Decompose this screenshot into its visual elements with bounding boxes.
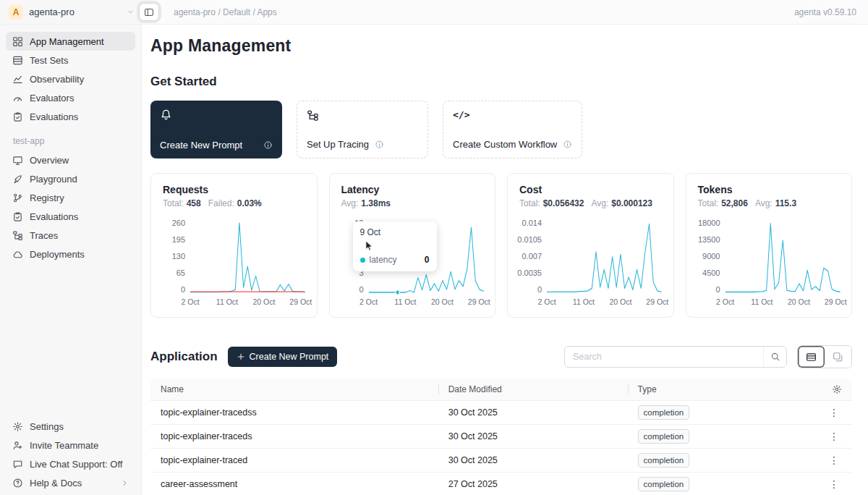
- rocket-icon: [12, 174, 23, 185]
- user-plus-icon: [12, 440, 23, 451]
- sidebar-item-playground[interactable]: Playground: [6, 169, 135, 188]
- create-new-prompt-card[interactable]: Create New Prompt: [150, 101, 282, 158]
- info-icon[interactable]: [563, 140, 572, 149]
- sidebar-item-observability[interactable]: Observability: [6, 69, 135, 88]
- cost-stats: Total:$0.056432 Avg:$0.000123: [519, 198, 662, 208]
- clipboard-check-icon: [12, 111, 23, 122]
- sidebar-item-live-chat[interactable]: Live Chat Support: Off: [6, 454, 135, 473]
- sidebar-item-deployments[interactable]: Deployments: [6, 245, 135, 263]
- latency-stats: Avg:1.38ms: [341, 198, 484, 208]
- tooltip-date: 9 Oct: [360, 227, 430, 237]
- breadcrumb: agenta-pro / Default / Apps: [174, 7, 277, 17]
- card-label: Create New Prompt: [160, 140, 242, 151]
- table-header: Name Date Modified Type: [150, 378, 852, 400]
- tracing-flow-icon: [307, 109, 418, 122]
- app-date: 27 Oct 2025: [438, 479, 628, 489]
- sidebar-bottom-group: Settings Invite Teammate Live Chat Suppo…: [0, 417, 141, 495]
- card-view-button[interactable]: [825, 346, 851, 368]
- search-box: [564, 346, 787, 368]
- tokens-card: Tokens Total:52,806 Avg:115.3 1800013500…: [686, 173, 853, 318]
- sidebar-item-label: Overview: [30, 155, 69, 166]
- sidebar-item-invite-teammate[interactable]: Invite Teammate: [6, 436, 135, 454]
- app-name: topic-explainer-traceds: [150, 431, 438, 441]
- app-date: 30 Oct 2025: [438, 431, 628, 441]
- table-row[interactable]: career-assessment 27 Oct 2025 completion…: [150, 472, 852, 495]
- sidebar-item-label: Help & Docs: [30, 478, 82, 488]
- get-started-cards: Create New Prompt Set Up Tracing </> Cre…: [150, 101, 852, 158]
- set-up-tracing-card[interactable]: Set Up Tracing: [297, 101, 428, 158]
- sidebar-item-label: Live Chat Support: Off: [30, 459, 122, 470]
- sidebar-item-label: Settings: [30, 421, 64, 432]
- tree-icon: [12, 230, 23, 241]
- row-menu-button[interactable]: ⋮: [826, 478, 842, 490]
- sidebar-item-app-evaluations[interactable]: Evaluations: [6, 207, 135, 226]
- sidebar-item-label: Traces: [30, 230, 58, 241]
- sidebar-item-overview[interactable]: Overview: [6, 151, 135, 169]
- page-title: App Management: [150, 36, 852, 56]
- header-type[interactable]: Type: [628, 384, 796, 394]
- info-icon[interactable]: [263, 140, 273, 150]
- mouse-cursor-icon: [365, 240, 374, 253]
- series-dot: [360, 258, 365, 263]
- type-tag: completion: [638, 429, 690, 444]
- search-icon[interactable]: [763, 347, 786, 367]
- app-date: 30 Oct 2025: [438, 455, 628, 465]
- latency-card: Latency Avg:1.38ms 129630 2 Oct11 Oct20 …: [329, 173, 496, 318]
- sidebar-item-settings[interactable]: Settings: [6, 417, 135, 436]
- column-settings-gear-icon[interactable]: [832, 384, 842, 394]
- header-name[interactable]: Name: [150, 384, 438, 394]
- create-custom-workflow-card[interactable]: </> Create Custom Workflow: [443, 101, 582, 158]
- create-new-prompt-button[interactable]: Create New Prompt: [228, 347, 338, 367]
- sidebar-item-label: Evaluations: [30, 211, 78, 222]
- workspace-name: agenta-pro: [29, 7, 75, 17]
- table-row[interactable]: topic-explainer-traceds 30 Oct 2025 comp…: [150, 424, 852, 448]
- app-date: 30 Oct 2025: [438, 407, 628, 418]
- table-view-button[interactable]: [798, 346, 825, 368]
- type-tag: completion: [638, 477, 690, 491]
- app-name: topic-explainer-tracedss: [150, 407, 438, 418]
- tokens-chart: 1800013500900045000 2 Oct11 Oct20 Oct29 …: [698, 219, 841, 308]
- sidebar-item-help-docs[interactable]: Help & Docs: [6, 473, 135, 492]
- stats-row: Requests Total:458 Failed:0.03% 26019513…: [150, 173, 852, 318]
- sidebar-item-app-management[interactable]: App Management: [6, 32, 135, 51]
- sidebar-item-test-sets[interactable]: Test Sets: [6, 51, 135, 69]
- table-row[interactable]: topic-explainer-tracedss 30 Oct 2025 com…: [150, 400, 852, 424]
- row-menu-button[interactable]: ⋮: [826, 407, 842, 418]
- sidebar-item-label: Test Sets: [30, 55, 68, 66]
- latency-chart: 129630 2 Oct11 Oct20 Oct29 Oct 9 Oct lat…: [341, 219, 484, 308]
- card-view-icon: [833, 352, 843, 363]
- git-branch-icon: [12, 192, 23, 203]
- sidebar-item-label: Observability: [30, 74, 84, 85]
- table-row[interactable]: topic-explainer-traced 30 Oct 2025 compl…: [150, 448, 852, 472]
- stat-title: Requests: [163, 184, 305, 195]
- application-heading: Application: [150, 350, 218, 364]
- tooltip-value: 0: [413, 255, 430, 265]
- sidebar-item-registry[interactable]: Registry: [6, 188, 135, 207]
- sidebar-item-evaluators[interactable]: Evaluators: [6, 88, 135, 107]
- sidebar: App Management Test Sets Observability E…: [0, 25, 142, 495]
- row-menu-button[interactable]: ⋮: [826, 431, 842, 442]
- sidebar-item-label: Evaluators: [30, 93, 74, 103]
- chat-bubble-icon: [12, 459, 23, 470]
- sidebar-toggle-button[interactable]: [139, 3, 159, 21]
- app-name: career-assessment: [150, 479, 438, 489]
- header-date-modified[interactable]: Date Modified: [438, 384, 628, 394]
- view-toggle: [797, 345, 852, 368]
- sidebar-item-traces[interactable]: Traces: [6, 226, 135, 245]
- search-input[interactable]: [565, 352, 763, 362]
- chevron-down-icon: [127, 8, 135, 16]
- type-tag: completion: [638, 405, 690, 420]
- plus-icon: [237, 352, 245, 361]
- chart-tooltip: 9 Oct latency 0: [353, 221, 437, 271]
- sidebar-item-label: Deployments: [30, 249, 85, 260]
- workspace-selector[interactable]: A agenta-pro: [0, 0, 142, 24]
- row-menu-button[interactable]: ⋮: [826, 454, 842, 466]
- sidebar-item-label: Playground: [30, 174, 77, 185]
- info-icon[interactable]: [375, 140, 384, 149]
- sidebar-item-label: Registry: [30, 192, 64, 203]
- sidebar-item-evaluations[interactable]: Evaluations: [6, 107, 135, 126]
- card-label: Set Up Tracing: [307, 139, 369, 150]
- application-header-row: Application Create New Prompt: [150, 345, 852, 368]
- app-version: agenta v0.59.10: [794, 7, 868, 17]
- workspace-avatar: A: [9, 5, 23, 20]
